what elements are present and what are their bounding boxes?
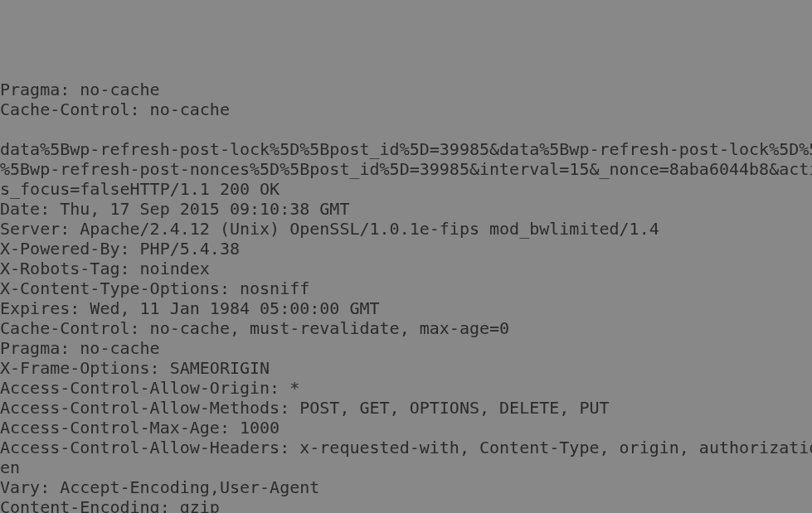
line: en xyxy=(0,457,20,477)
line: data%5Bwp-refresh-post-lock%5D%5Bpost_id… xyxy=(0,139,812,159)
http-output: Pragma: no-cache Cache-Control: no-cache… xyxy=(0,80,812,513)
line: Server: Apache/2.4.12 (Unix) OpenSSL/1.0… xyxy=(0,219,659,239)
line: Access-Control-Allow-Methods: POST, GET,… xyxy=(0,398,610,418)
line: %5Bwp-refresh-post-nonces%5D%5Bpost_id%5… xyxy=(0,159,812,179)
line: Vary: Accept-Encoding,User-Agent xyxy=(0,477,319,497)
line: Date: Thu, 17 Sep 2015 09:10:38 GMT xyxy=(0,199,349,219)
line: X-Content-Type-Options: nosniff xyxy=(0,278,309,298)
line: Cache-Control: no-cache xyxy=(0,99,230,119)
line: Access-Control-Allow-Origin: * xyxy=(0,378,299,398)
line: Access-Control-Max-Age: 1000 xyxy=(0,418,280,438)
line: X-Powered-By: PHP/5.4.38 xyxy=(0,239,240,259)
line: Pragma: no-cache xyxy=(0,80,160,99)
line: X-Frame-Options: SAMEORIGIN xyxy=(0,358,270,378)
line: Cache-Control: no-cache, must-revalidate… xyxy=(0,318,509,338)
line: X-Robots-Tag: noindex xyxy=(0,259,210,278)
line: Content-Encoding: gzip xyxy=(0,497,220,513)
line: Pragma: no-cache xyxy=(0,338,160,358)
line: Access-Control-Allow-Headers: x-requeste… xyxy=(0,438,812,457)
line: Expires: Wed, 11 Jan 1984 05:00:00 GMT xyxy=(0,298,380,318)
line: s_focus=falseHTTP/1.1 200 OK xyxy=(0,179,280,199)
